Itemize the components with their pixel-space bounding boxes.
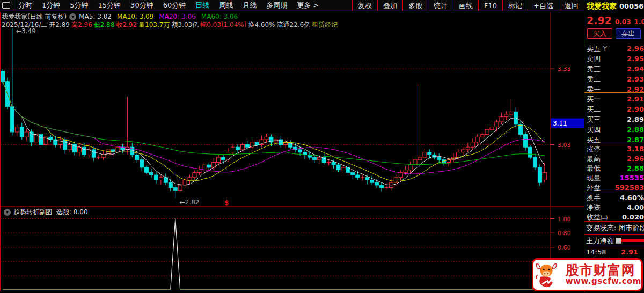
period-tab-1分钟[interactable]: 1分钟 (37, 1, 65, 10)
candle-body (1, 71, 5, 82)
candle-body (437, 157, 441, 160)
candle-body (63, 140, 67, 150)
tool-button-+自选[interactable]: +自选 (528, 0, 559, 11)
price-axis-label: 3.33 (558, 65, 571, 72)
candle-body (236, 147, 239, 150)
period-tab-周线[interactable]: 周线 (214, 1, 238, 10)
candle-body (265, 137, 268, 140)
buy-level-1[interactable]: 买一2.91 (584, 94, 644, 104)
tool-button-标记[interactable]: 标记 (502, 0, 528, 11)
candle-body (116, 147, 120, 152)
sell-level-4-value: 2.95 (627, 54, 644, 64)
panel-divider (584, 143, 644, 143)
candle-body (500, 117, 503, 122)
tool-button-画线[interactable]: 画线 (453, 0, 478, 11)
candle-body (101, 155, 105, 157)
sub-axis-label: 0.60 (558, 244, 571, 251)
stat-涨停-value: 3.18 (627, 144, 644, 154)
sell-level-1-value: 2.92 (627, 85, 644, 94)
sell-level-5-value: 2.96 (627, 44, 644, 54)
stat-换手-label: 换手 (587, 193, 601, 203)
candle-body (68, 145, 72, 150)
candle-body (475, 137, 479, 142)
period-tab-5分钟[interactable]: 5分钟 (65, 1, 93, 10)
candle-body (202, 165, 206, 170)
layout-toggle-icon[interactable] (2, 2, 10, 9)
candle-body (193, 172, 196, 177)
period-tab-15分钟[interactable]: 15分钟 (93, 1, 126, 10)
sell-level-4[interactable]: 卖四2.95 (584, 54, 644, 64)
tool-button-复权[interactable]: 复权 (352, 0, 377, 11)
sell-button[interactable]: 卖出 (616, 28, 641, 39)
stat-涨停-label: 涨停 (587, 144, 601, 154)
candle-body (159, 178, 163, 180)
candle-body (298, 150, 302, 152)
tick-row: 14:582.91 (584, 247, 644, 257)
period-tab-分时[interactable]: 分时 (13, 1, 37, 10)
period-tab-多周期[interactable]: 多周期 (261, 1, 292, 10)
tool-button-叠加[interactable]: 叠加 (377, 0, 402, 11)
candle-body (538, 167, 541, 182)
candle-body (25, 132, 28, 137)
period-tab-日线[interactable]: 日线 (191, 1, 214, 10)
candle-body (413, 160, 417, 165)
stat-涨停[interactable]: 涨停3.18 (584, 144, 644, 154)
sell-level-1[interactable]: 卖一2.92 (584, 85, 644, 94)
sell-level-2[interactable]: 卖二2.93 (584, 75, 644, 84)
watermark-site-name: 股市财富网 (566, 263, 641, 277)
site-watermark: 股市财富网 www.gscfw.com (532, 258, 643, 291)
stat-净资-label: 净资 (587, 203, 601, 213)
trading-terminal: 分时1分钟5分钟15分钟30分钟60分钟日线周线月线多周期更多 > 复权叠加多股… (0, 0, 644, 293)
candle-body (150, 172, 153, 175)
tool-button-F10[interactable]: F10 (478, 0, 502, 11)
signal-line (3, 219, 548, 290)
period-tab-30分钟[interactable]: 30分钟 (126, 1, 158, 10)
sell-level-3[interactable]: 卖三2.94 (584, 64, 644, 74)
buy-level-1-label: 买一 (587, 94, 601, 104)
stock-code: 000560 (619, 2, 644, 10)
buy-level-2-label: 买二 (587, 105, 601, 114)
candle-body (456, 152, 460, 157)
buy-level-2[interactable]: 买二2.90 (584, 105, 644, 114)
buy-level-5[interactable]: 买五2.87 (584, 135, 644, 145)
buy-level-4[interactable]: 买四2.88 (584, 125, 644, 135)
sell-level-5[interactable]: 卖五 ¥2.96 (584, 44, 644, 54)
candle-body (524, 135, 528, 148)
stat-最高[interactable]: 最高2.96 (584, 154, 644, 164)
buy-level-3[interactable]: 买三2.89 (584, 115, 644, 124)
candle-body (370, 180, 374, 183)
stat-现量[interactable]: 现量15535 (584, 173, 644, 183)
chevron-down-icon[interactable]: ▾ (4, 209, 11, 216)
period-tab-60分钟[interactable]: 60分钟 (158, 1, 191, 10)
stat-最低-value: 2.88 (627, 164, 644, 173)
period-tab-更多 >[interactable]: 更多 > (292, 1, 324, 10)
price-chart-canvas[interactable]: 3.333.03←3.49←2.82$3.111.000.800.600.40 (0, 12, 584, 292)
period-tab-月线[interactable]: 月线 (238, 1, 261, 10)
price-axis-label: 3.03 (558, 142, 571, 149)
candle-body (154, 175, 158, 180)
candle-body (312, 157, 316, 160)
tool-button-统计[interactable]: 统计 (428, 0, 453, 11)
panel-divider (584, 42, 644, 42)
stat-现量-label: 现量 (587, 173, 601, 183)
panel-divider (584, 234, 644, 235)
stat-最低[interactable]: 最低2.88 (584, 164, 644, 173)
candle-body (73, 145, 77, 152)
buy-level-5-value: 2.87 (627, 135, 644, 145)
tool-button-返回[interactable]: 返回 (559, 0, 584, 11)
buy-button[interactable]: 买入 (587, 28, 612, 39)
price-change-pct: 1.04 (634, 18, 644, 26)
candle-body (375, 182, 379, 185)
stat-换手[interactable]: 换手4.60% (584, 193, 644, 203)
candle-body (140, 160, 144, 167)
quote-panel: 我爱我家000560 2.920.031.04 买入 卖出 卖五 ¥2.96卖四… (584, 0, 644, 293)
candle-body (404, 170, 407, 173)
sub-axis-label: 0.80 (558, 230, 571, 237)
main-net-label[interactable]: 主力净额 (586, 236, 621, 246)
candle-body (365, 178, 369, 180)
stat-净资[interactable]: 净资4.00 (584, 203, 644, 213)
tool-button-多股[interactable]: 多股 (402, 0, 428, 11)
candle-body (231, 147, 235, 152)
candle-body (169, 182, 172, 187)
stock-name-text: 我爱我家 (587, 2, 617, 10)
